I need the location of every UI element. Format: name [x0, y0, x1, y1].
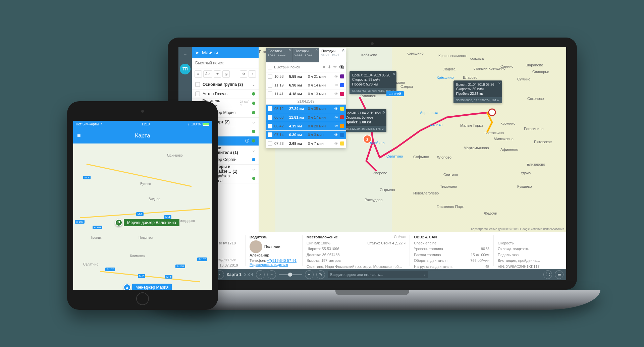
tool-az[interactable]: A-z [203, 70, 212, 78]
trip-row[interactable]: 11:414.18 км0 ч 13 мин👁 [266, 90, 346, 99]
map-place-label: Крёкшино [437, 75, 454, 79]
status-dot [252, 102, 255, 105]
tool-target[interactable]: ◎ [222, 70, 230, 78]
trip-row[interactable]: ✓06:424.19 км0 ч 20 мин👁 [266, 122, 346, 131]
trip-checkbox[interactable]: ✓ [268, 106, 272, 111]
clear-icon[interactable]: ✕ [322, 65, 326, 69]
chevron-down-icon[interactable]: ⌄ [252, 82, 255, 87]
group-header[interactable]: Основная группа (3)⌄ [192, 80, 259, 90]
map-selector[interactable]: Карта 1 [227, 272, 241, 277]
address-search[interactable]: Введите адрес или его часть...› [328, 271, 428, 278]
trip-checkbox[interactable] [268, 92, 272, 96]
trip-checkbox[interactable]: ✓ [268, 132, 272, 137]
user-avatar[interactable]: ТП [180, 64, 191, 74]
eye-icon[interactable]: 👁 [334, 74, 338, 78]
map-place-label: совхоза [470, 56, 484, 60]
home-button[interactable] [136, 292, 149, 305]
road-chip: А-107 [197, 257, 207, 261]
edit-icon[interactable]: ✎ [316, 270, 325, 279]
eye-icon[interactable]: 👁 [334, 133, 338, 137]
download-icon[interactable]: ⬇ [328, 65, 331, 69]
eye-icon[interactable]: 👁 [333, 65, 337, 69]
trip-checkbox[interactable] [268, 74, 272, 79]
edit-driver-link[interactable]: Редактировать водителя [250, 263, 288, 267]
map-place-label: Милюксино [494, 137, 514, 141]
map-place-label: Бутово [140, 182, 151, 186]
close-icon[interactable]: ✕ [498, 81, 501, 86]
close-icon[interactable]: ✕ [382, 110, 385, 114]
color-swatch [340, 115, 344, 119]
select-all-checkbox[interactable] [268, 65, 272, 69]
zoom-in-icon[interactable]: + [305, 270, 314, 279]
trip-checkbox[interactable] [268, 83, 272, 88]
map-tooltip: ✕Время: 21.04.2019 05:20Скорость: 59 км/… [350, 71, 396, 94]
page-numbers[interactable]: 2 3 4 [244, 272, 253, 277]
tab-close-icon[interactable]: ✕ [315, 48, 318, 52]
trip-checkbox[interactable]: ✓ [268, 124, 272, 128]
map-place-label: Настасьино [484, 131, 504, 135]
app-screen: 2 ЧасцовскаяПетелиноБутыньКобяковоКрекши… [178, 47, 566, 280]
trip-row[interactable]: ✓07:140.30 км0 ч 3 мин👁 [266, 131, 346, 139]
next-page[interactable]: › [256, 270, 265, 279]
info-icon[interactable]: ⓘ [245, 138, 249, 144]
trip-row[interactable]: 07:232.68 км0 ч 7 мин👁 [266, 139, 346, 148]
eye-icon[interactable]: 👁 [334, 124, 338, 128]
map-marker[interactable]: ▲Менеджер Мария [123, 284, 172, 290]
status-dot [252, 177, 255, 180]
menu-icon[interactable]: ≡ [180, 50, 190, 60]
tablet-map[interactable]: ОдинцовоВидноеДомодедовоПодольскКлимовск… [73, 143, 212, 290]
layers-icon[interactable]: ☰ [555, 270, 564, 279]
status-dot [252, 111, 255, 114]
map-place-label: Глаголево Парк [437, 205, 464, 209]
trips-search-input[interactable] [274, 65, 320, 69]
obd-col-2: . СкоростьОхлажд. жидкостьПедаль газаДис… [494, 235, 566, 266]
map-place-label: Зверево [373, 171, 387, 175]
trips-tab[interactable]: Поездки✕17.12 - 19.12 [266, 48, 292, 62]
tool-star[interactable]: ★ [214, 70, 221, 78]
search-input[interactable] [192, 61, 259, 65]
trips-filter: ✕ ⬇ 👁 👁‍🗨 [266, 62, 346, 72]
trips-tab[interactable]: Поездки✕03.12 - 17.12 [292, 48, 319, 62]
eye-icon[interactable]: 👁 [334, 92, 338, 96]
close-icon[interactable]: ✕ [392, 72, 395, 76]
eye-icon[interactable]: 👁 [334, 141, 338, 146]
tablet-header: ≡ Карта [73, 128, 212, 143]
tool-sliders[interactable]: ⚙ [240, 70, 247, 78]
map-place-label: Ладога [443, 67, 455, 71]
road-chip: А-101 [93, 226, 102, 229]
color-swatch [340, 92, 344, 96]
map-place-label: Крекшино [407, 51, 424, 55]
zoom-out-icon[interactable]: − [267, 270, 276, 279]
tool-sort[interactable]: ↕ [249, 70, 256, 78]
trip-checkbox[interactable]: ✓ [268, 115, 272, 120]
chevron-down-icon[interactable]: ⌄ [252, 148, 255, 153]
chevron-down-icon[interactable]: ⌄ [252, 167, 255, 171]
eye-off-icon[interactable]: 👁‍🗨 [339, 65, 344, 69]
zoom-slider[interactable] [279, 274, 302, 275]
group-checkbox[interactable] [195, 82, 200, 87]
trips-close-icon[interactable]: ✕ [342, 49, 345, 53]
trip-checkbox[interactable] [268, 141, 272, 146]
trip-row[interactable]: ✓06:0311.81 км0 ч 17 мин👁 [266, 113, 346, 122]
eye-icon[interactable]: 👁 [334, 83, 338, 87]
map-place-label: Тимонино [440, 184, 457, 188]
tracker-item[interactable]: Антон Газель [192, 90, 259, 99]
driver-phone-link[interactable]: +7(919)640-57-91 [267, 258, 297, 263]
trip-row[interactable]: ✓05:1227.24 км0 ч 35 мин👁 [266, 105, 346, 113]
map-marker[interactable]: PМерчендайзер Валентина [115, 219, 179, 226]
fullscreen-icon[interactable]: ⛶ [543, 270, 552, 279]
status-dot [252, 139, 255, 142]
eye-icon[interactable]: 👁 [334, 107, 338, 111]
tool-list[interactable]: ≡ [195, 70, 202, 78]
tab-close-icon[interactable]: ✕ [288, 48, 291, 52]
map-place-label: Подольск [139, 236, 153, 239]
bottom-bar: ⊕ ⋔ 📍 ‹ Карта 1 2 3 4 › − + ✎ Введите ад… [178, 269, 566, 280]
trip-row[interactable]: 10:535.58 км0 ч 21 мин👁 [266, 72, 346, 81]
trip-row[interactable]: 11:196.98 км0 ч 14 мин👁 [266, 81, 346, 90]
tracker-checkbox[interactable] [195, 92, 200, 96]
menu-icon[interactable]: ≡ [77, 132, 81, 139]
chevron-down-icon[interactable]: ⌄ [252, 120, 255, 124]
details-panel: Фургон деМон А6 up to fw.1719й план:ичны… [192, 232, 566, 269]
map-place-label: Санино [500, 64, 514, 68]
eye-icon[interactable]: 👁 [334, 115, 338, 119]
